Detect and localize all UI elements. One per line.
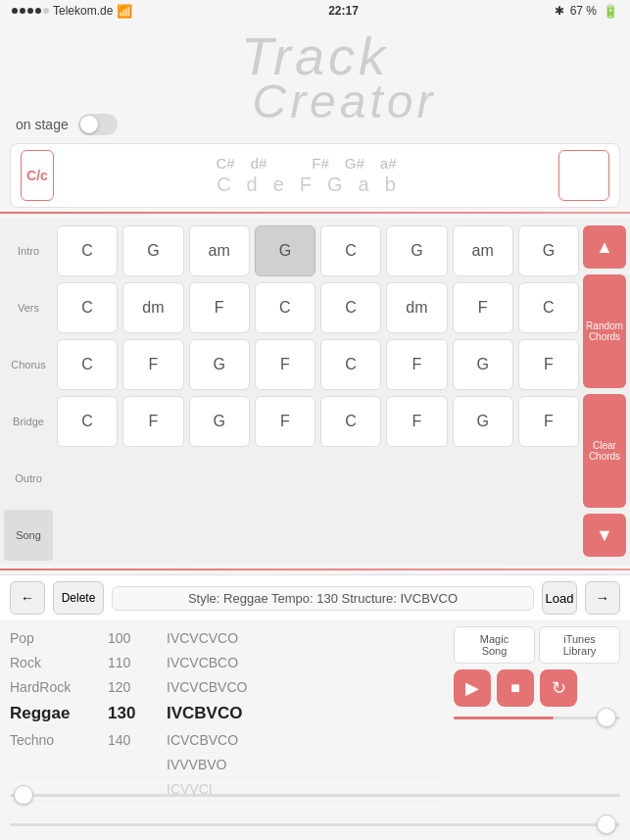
stop-button[interactable]: ■	[497, 669, 534, 707]
style-item[interactable]: Techno 140 ICVCBVCO	[10, 728, 444, 753]
chord-cell[interactable]: dm	[122, 282, 183, 333]
chord-cell[interactable]: G	[453, 396, 513, 447]
style-structure: IVCBVCO	[167, 704, 444, 723]
magic-song-button[interactable]: MagicSong	[454, 626, 535, 664]
style-name: HardRock	[10, 679, 108, 695]
sharp-c: C#	[216, 155, 234, 172]
style-item[interactable]: HardRock 120 IVCVCBVCO	[10, 675, 444, 700]
forward-button[interactable]: →	[585, 581, 620, 615]
bluetooth-icon: ✱	[555, 4, 564, 18]
load-button[interactable]: Load	[542, 581, 577, 615]
chord-cell[interactable]: F	[386, 396, 447, 447]
chord-cell[interactable]: C	[320, 396, 381, 447]
section-vers[interactable]: Vers	[4, 282, 53, 333]
chord-cell[interactable]: C	[57, 339, 118, 390]
on-stage-toggle[interactable]	[78, 114, 118, 135]
chord-cell[interactable]: G	[189, 339, 250, 390]
note-e[interactable]: e	[273, 173, 284, 196]
chord-cell[interactable]: F	[122, 339, 183, 390]
back-button[interactable]: ←	[10, 581, 45, 615]
control-btn-group: MagicSong iTunesLibrary	[454, 626, 620, 664]
wifi-icon: 📶	[117, 4, 132, 19]
refresh-button[interactable]: ↻	[540, 669, 577, 707]
note-b[interactable]: b	[385, 173, 396, 196]
note-d[interactable]: d	[247, 173, 258, 196]
right-panel: MagicSong iTunesLibrary ▶ ■ ↻	[444, 626, 620, 802]
chord-cell[interactable]: F	[189, 282, 250, 333]
up-arrow-button[interactable]: ▲	[583, 225, 626, 269]
section-intro[interactable]: Intro	[4, 225, 53, 276]
natural-notes-row: C d e F G a b	[217, 173, 396, 196]
delete-button[interactable]: Delete	[53, 581, 104, 615]
section-song[interactable]: Song	[4, 510, 53, 561]
chord-cell[interactable]: F	[255, 339, 315, 390]
style-item[interactable]: ICVVCI	[10, 777, 444, 802]
itunes-library-button[interactable]: iTunesLibrary	[539, 626, 620, 664]
chord-cell[interactable]: G	[189, 396, 250, 447]
note-g[interactable]: G	[327, 173, 343, 196]
status-bar: Telekom.de 📶 22:17 ✱ 67 % 🔋	[0, 0, 630, 22]
chord-cell[interactable]: G	[122, 225, 183, 276]
clear-chords-button[interactable]: ClearChords	[583, 394, 626, 508]
tempo-slider[interactable]	[10, 823, 620, 826]
chord-cell[interactable]: F	[453, 282, 513, 333]
style-tempo: 120	[108, 679, 167, 695]
side-controls: ▲ RandomChords ClearChords ▼	[579, 222, 630, 561]
style-structure: IVCVCVCO	[167, 630, 444, 646]
volume-thumb[interactable]	[14, 785, 33, 805]
chord-cell[interactable]: C	[320, 339, 381, 390]
note-a[interactable]: a	[359, 173, 369, 196]
chord-cell[interactable]: G	[386, 225, 447, 276]
chord-cell[interactable]: G	[518, 225, 579, 276]
tempo-thumb[interactable]	[597, 815, 616, 834]
chord-cell[interactable]: G	[453, 339, 513, 390]
style-name: Techno	[10, 732, 108, 748]
progress-thumb[interactable]	[597, 708, 616, 727]
style-list: Pop 100 IVCVCVCO Rock 110 IVCVCBCO HardR…	[10, 626, 444, 802]
note-f[interactable]: F	[300, 173, 312, 196]
battery-icon: 🔋	[603, 4, 618, 19]
chord-cell[interactable]: C	[57, 225, 118, 276]
style-item[interactable]: IVVVBVO	[10, 753, 444, 777]
style-tempo: 130	[108, 704, 167, 723]
chord-cell-highlighted[interactable]: G	[255, 225, 315, 276]
down-arrow-button[interactable]: ▼	[583, 514, 626, 557]
sharp-notes-row: C# d# F# G# a#	[216, 155, 396, 172]
style-item-active[interactable]: Reggae 130 IVCBVCO	[10, 700, 444, 728]
note-c[interactable]: C	[217, 173, 230, 196]
chord-cell[interactable]: C	[57, 282, 118, 333]
app-title: Track Creator	[0, 22, 630, 110]
chord-cell[interactable]: F	[255, 396, 315, 447]
play-button[interactable]: ▶	[454, 669, 491, 707]
section-bridge[interactable]: Bridge	[4, 396, 53, 447]
style-tempo: 140	[108, 732, 167, 748]
section-outro[interactable]: Outro	[4, 453, 53, 504]
progress-slider[interactable]	[454, 716, 620, 719]
style-tempo: 100	[108, 630, 167, 646]
chord-cell[interactable]: C	[320, 282, 381, 333]
style-item[interactable]: Rock 110 IVCVCBCO	[10, 651, 444, 675]
carrier-label: Telekom.de	[53, 4, 113, 18]
chord-cell[interactable]: C	[320, 225, 381, 276]
separator-line	[0, 212, 630, 214]
key-button[interactable]: C/c	[21, 150, 54, 201]
chord-cell[interactable]: am	[453, 225, 513, 276]
style-item[interactable]: Pop 100 IVCVCVCO	[10, 626, 444, 651]
style-name: Rock	[10, 655, 108, 670]
chord-cell[interactable]: C	[518, 282, 579, 333]
chord-cell[interactable]: F	[518, 339, 579, 390]
section-chorus[interactable]: Chorus	[4, 339, 53, 390]
volume-slider[interactable]	[10, 794, 620, 797]
chord-grid: C G am G C G am G C dm F C C dm F C C F …	[57, 222, 579, 561]
chord-cell[interactable]: F	[518, 396, 579, 447]
signal-dots	[12, 8, 49, 14]
chord-cell[interactable]: dm	[386, 282, 447, 333]
chord-cell[interactable]: C	[255, 282, 315, 333]
chord-cell[interactable]: F	[122, 396, 183, 447]
title-creator: Creator	[252, 75, 436, 127]
random-chords-button[interactable]: RandomChords	[583, 274, 626, 388]
chord-cell[interactable]: am	[189, 225, 250, 276]
sharp-a: a#	[380, 155, 397, 172]
chord-cell[interactable]: C	[57, 396, 118, 447]
chord-cell[interactable]: F	[386, 339, 447, 390]
